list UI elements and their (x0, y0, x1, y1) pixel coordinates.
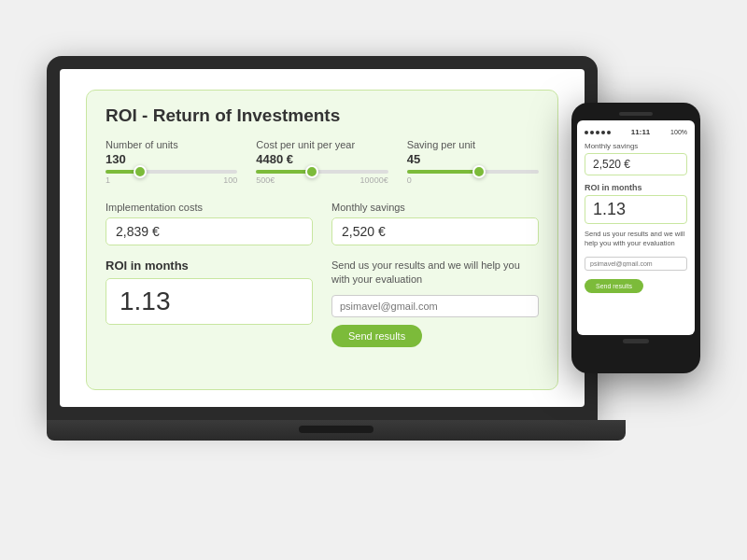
roi-background: ROI - Return of Investments Number of un… (86, 90, 558, 390)
roi-months-value: 1.13 (106, 278, 313, 325)
impl-costs-label: Implementation costs (106, 202, 313, 213)
slider-units-thumb[interactable] (134, 165, 147, 178)
slider-units-max: 100 (223, 175, 237, 185)
signal-dot-1 (585, 131, 588, 134)
slider-saving-label: Saving per unit (407, 139, 539, 150)
phone-device: 11:11 100% Monthly savings 2,520 € ROI i… (571, 103, 700, 373)
monthly-savings-group: Monthly savings 2,520 € (331, 202, 539, 245)
send-text: Send us your results and we will help yo… (331, 259, 539, 287)
phone-roi-months-label: ROI in months (585, 183, 687, 192)
roi-send-section: ROI in months 1.13 Send us your results … (106, 259, 539, 347)
email-input[interactable] (331, 295, 539, 317)
slider-group-saving: Saving per unit 45 0 (407, 139, 539, 185)
sliders-row: Number of units 130 1 100 (106, 139, 539, 185)
phone-email-input[interactable] (585, 257, 687, 271)
scene: ROI - Return of Investments Number of un… (0, 0, 747, 560)
slider-cost-thumb[interactable] (305, 165, 318, 178)
monthly-savings-value: 2,520 € (331, 217, 539, 245)
phone-screen: 11:11 100% Monthly savings 2,520 € ROI i… (577, 120, 695, 335)
slider-cost-max: 10000€ (360, 175, 388, 185)
phone-send-results-button[interactable]: Send results (585, 279, 643, 293)
slider-saving-min: 0 (407, 175, 412, 185)
impl-costs-group: Implementation costs 2,839 € (106, 202, 313, 245)
roi-title: ROI - Return of Investments (106, 105, 539, 126)
monthly-savings-label: Monthly savings (331, 202, 539, 213)
slider-cost-minmax: 500€ 10000€ (256, 175, 388, 185)
slider-cost-min: 500€ (256, 175, 275, 185)
slider-cost-label: Cost per unit per year (256, 139, 388, 150)
phone-time: 11:11 (631, 128, 650, 136)
slider-saving-track[interactable] (407, 170, 539, 174)
phone-signal-dots (585, 131, 611, 134)
signal-dot-2 (590, 131, 594, 134)
phone-battery: 100% (670, 129, 687, 135)
impl-costs-value: 2,839 € (106, 217, 313, 245)
slider-saving-value: 45 (407, 152, 539, 166)
roi-months-left: ROI in months 1.13 (106, 259, 313, 325)
roi-send-right: Send us your results and we will help yo… (331, 259, 539, 347)
metrics-row: Implementation costs 2,839 € Monthly sav… (106, 202, 539, 245)
phone-monthly-savings-value: 2,520 € (585, 153, 687, 175)
phone-monthly-savings-label: Monthly savings (585, 142, 687, 150)
slider-cost-fill (256, 170, 311, 174)
slider-saving-fill (407, 170, 480, 174)
slider-units-min: 1 (106, 175, 110, 185)
laptop-screen-outer: ROI - Return of Investments Number of un… (47, 56, 598, 420)
slider-units-label: Number of units (106, 139, 237, 150)
roi-calculator: ROI - Return of Investments Number of un… (60, 69, 585, 407)
phone-send-text: Send us your results and we will help yo… (585, 230, 687, 248)
slider-units-minmax: 1 100 (106, 175, 237, 185)
slider-saving-thumb[interactable] (472, 165, 486, 178)
phone-speaker (619, 112, 653, 116)
signal-dot-5 (607, 131, 611, 134)
laptop-base (47, 420, 626, 441)
slider-group-units: Number of units 130 1 100 (106, 139, 237, 185)
phone-roi-months-value: 1.13 (585, 195, 687, 224)
phone-status-bar: 11:11 100% (585, 128, 687, 136)
slider-group-cost: Cost per unit per year 4480 € 500€ 10000… (256, 139, 388, 185)
laptop-screen-inner: ROI - Return of Investments Number of un… (60, 69, 585, 407)
phone-home-button[interactable] (623, 339, 649, 343)
slider-units-value: 130 (106, 152, 237, 166)
slider-saving-minmax: 0 (407, 175, 539, 185)
send-results-button[interactable]: Send results (331, 325, 422, 347)
slider-cost-value: 4480 € (256, 152, 388, 166)
signal-dot-3 (596, 131, 599, 134)
signal-dot-4 (601, 131, 605, 134)
roi-months-label: ROI in months (106, 259, 313, 273)
laptop-device: ROI - Return of Investments Number of un… (47, 56, 626, 467)
slider-units-track[interactable] (106, 170, 237, 174)
slider-cost-track[interactable] (256, 170, 388, 174)
